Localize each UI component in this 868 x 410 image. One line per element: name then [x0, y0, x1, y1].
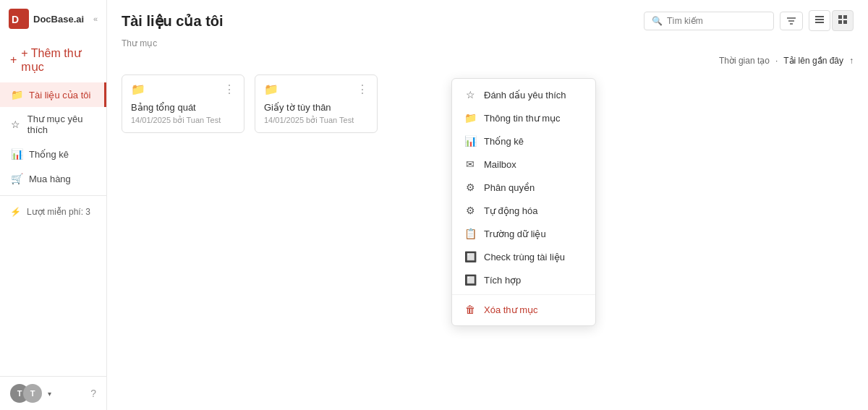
- integrate-icon: 🔲: [464, 274, 477, 286]
- main-content: Tài liệu của tôi 🔍: [107, 0, 868, 410]
- main-header: Tài liệu của tôi 🔍: [107, 0, 868, 37]
- sort-by-created[interactable]: Thời gian tạo: [719, 56, 770, 66]
- filter-icon: [786, 16, 796, 26]
- folder-card[interactable]: 📁 ⋮ Bảng tổng quát 14/01/2025 bởi Tuan T…: [122, 74, 244, 133]
- sort-by-recent[interactable]: Tải lên gần đây: [783, 56, 843, 66]
- automation-icon: ⚙: [464, 205, 477, 216]
- folder-card-header: 📁 ⋮: [131, 82, 235, 96]
- sidebar-item-label: Thống kê: [29, 149, 69, 160]
- folder-card-header: 📁 ⋮: [264, 82, 368, 96]
- filter-button[interactable]: [780, 12, 803, 30]
- free-count: Lượt miễn phí: 3: [27, 207, 90, 217]
- search-box: 🔍: [644, 12, 774, 30]
- folder-menu-button[interactable]: ⋮: [357, 84, 368, 95]
- star-icon: ☆: [10, 119, 22, 130]
- sidebar-item-label: Mua hàng: [29, 174, 71, 184]
- menu-item-label: Thống kê: [484, 136, 524, 147]
- menu-item-label: Đánh dấu yêu thích: [484, 90, 566, 101]
- avatar-secondary: T: [23, 384, 42, 403]
- folder-name: Giấy tờ tùy thân: [264, 102, 368, 113]
- sidebar-collapse-button[interactable]: «: [93, 14, 98, 23]
- list-view-icon: [814, 14, 825, 25]
- search-input[interactable]: [667, 16, 766, 26]
- folder-meta: 14/01/2025 bởi Tuan Test: [131, 116, 235, 125]
- menu-item-label: Mailbox: [484, 159, 516, 170]
- sidebar-item-shop[interactable]: 🛒 Mua hàng: [0, 166, 106, 191]
- menu-item-permissions[interactable]: ⚙ Phân quyền: [452, 176, 595, 199]
- mail-icon: ✉: [464, 158, 477, 170]
- menu-item-label: Tự động hóa: [484, 205, 538, 216]
- folder-meta: 14/01/2025 bởi Tuan Test: [264, 116, 368, 125]
- svg-rect-6: [815, 19, 824, 20]
- menu-item-delete[interactable]: 🗑 Xóa thư mục: [452, 298, 595, 321]
- help-icon[interactable]: ?: [90, 388, 96, 399]
- delete-icon: 🗑: [464, 304, 477, 315]
- grid-view-icon: [838, 14, 848, 25]
- sidebar-nav: 📁 Tài liệu của tôi ☆ Thư mục yêu thích 📊…: [0, 82, 106, 376]
- sidebar-divider: [0, 195, 106, 196]
- menu-item-label: Xóa thư mục: [484, 304, 538, 315]
- menu-divider: [452, 294, 595, 295]
- avatar-stack: T T: [10, 384, 42, 403]
- menu-item-label: Tích hợp: [484, 275, 521, 286]
- svg-rect-8: [838, 15, 842, 19]
- svg-rect-7: [815, 22, 824, 23]
- sidebar-free-label: ⚡ Lượt miễn phí: 3: [0, 200, 106, 223]
- lightning-icon: ⚡: [10, 207, 21, 217]
- page-title: Tài liệu của tôi: [122, 12, 224, 30]
- search-icon: 🔍: [652, 16, 663, 26]
- svg-rect-5: [815, 16, 824, 17]
- shop-icon: 🛒: [10, 173, 23, 184]
- sidebar-item-label: Tài liệu của tôi: [29, 90, 90, 101]
- sidebar-item-my-docs[interactable]: 📁 Tài liệu của tôi: [0, 82, 106, 107]
- folder-name: Bảng tổng quát: [131, 102, 235, 113]
- sort-arrow-icon: ↑: [849, 56, 854, 66]
- svg-rect-11: [843, 20, 847, 24]
- permissions-icon: ⚙: [464, 181, 477, 193]
- folder-icon: 📁: [10, 89, 23, 101]
- view-toggle: [809, 10, 854, 31]
- sidebar-item-label: Thư mục yêu thích: [27, 114, 96, 135]
- sidebar-bottom: T T ▾ ?: [0, 376, 106, 410]
- folder-menu-button[interactable]: ⋮: [224, 84, 235, 95]
- folder-info-icon: 📁: [464, 112, 477, 124]
- logo-icon: D: [9, 9, 29, 29]
- add-folder-button[interactable]: + + Thêm thư mục: [0, 40, 106, 80]
- logo-text: DocBase.ai: [33, 14, 84, 25]
- menu-item-mailbox[interactable]: ✉ Mailbox: [452, 153, 595, 176]
- thu-muc-label: Thư mục: [107, 37, 868, 53]
- star-icon: ☆: [464, 89, 477, 101]
- folder-type-icon: 📁: [131, 82, 145, 96]
- data-fields-icon: 📋: [464, 228, 477, 239]
- sidebar: D DocBase.ai « + + Thêm thư mục 📁 Tài li…: [0, 0, 107, 410]
- grid-view-button[interactable]: [832, 10, 854, 31]
- menu-item-integrate[interactable]: 🔲 Tích hợp: [452, 268, 595, 291]
- add-folder-label: + Thêm thư mục: [21, 46, 96, 74]
- menu-item-label: Thông tin thư mục: [484, 113, 561, 124]
- folder-card[interactable]: 📁 ⋮ Giấy tờ tùy thân 14/01/2025 bởi Tuan…: [255, 74, 378, 133]
- menu-item-folder-info[interactable]: 📁 Thông tin thư mục: [452, 106, 595, 129]
- menu-item-favorite[interactable]: ☆ Đánh dấu yêu thích: [452, 83, 595, 106]
- sort-bar: Thời gian tạo · Tải lên gần đây ↑: [107, 53, 868, 69]
- sidebar-item-stats[interactable]: 📊 Thống kê: [0, 142, 106, 166]
- check-dup-icon: 🔲: [464, 251, 477, 262]
- menu-item-statistics[interactable]: 📊 Thống kê: [452, 129, 595, 153]
- menu-item-automation[interactable]: ⚙ Tự động hóa: [452, 199, 595, 222]
- sidebar-item-favorites[interactable]: ☆ Thư mục yêu thích: [0, 107, 106, 142]
- folder-type-icon: 📁: [264, 82, 278, 96]
- menu-item-label: Trường dữ liệu: [484, 229, 546, 239]
- sidebar-logo: D DocBase.ai «: [0, 0, 106, 38]
- header-right: 🔍: [644, 10, 854, 31]
- context-menu: ☆ Đánh dấu yêu thích 📁 Thông tin thư mục…: [451, 78, 596, 326]
- svg-rect-9: [843, 15, 847, 19]
- chart-icon: 📊: [464, 135, 477, 147]
- menu-item-label: Check trùng tài liệu: [484, 252, 565, 262]
- menu-item-data-fields[interactable]: 📋 Trường dữ liệu: [452, 222, 595, 245]
- svg-text:D: D: [12, 14, 19, 25]
- chart-icon: 📊: [10, 148, 23, 160]
- menu-item-check-dup[interactable]: 🔲 Check trùng tài liệu: [452, 245, 595, 268]
- menu-item-label: Phân quyền: [484, 182, 535, 193]
- svg-rect-10: [838, 20, 842, 24]
- account-chevron[interactable]: ▾: [48, 390, 51, 398]
- list-view-button[interactable]: [809, 10, 830, 31]
